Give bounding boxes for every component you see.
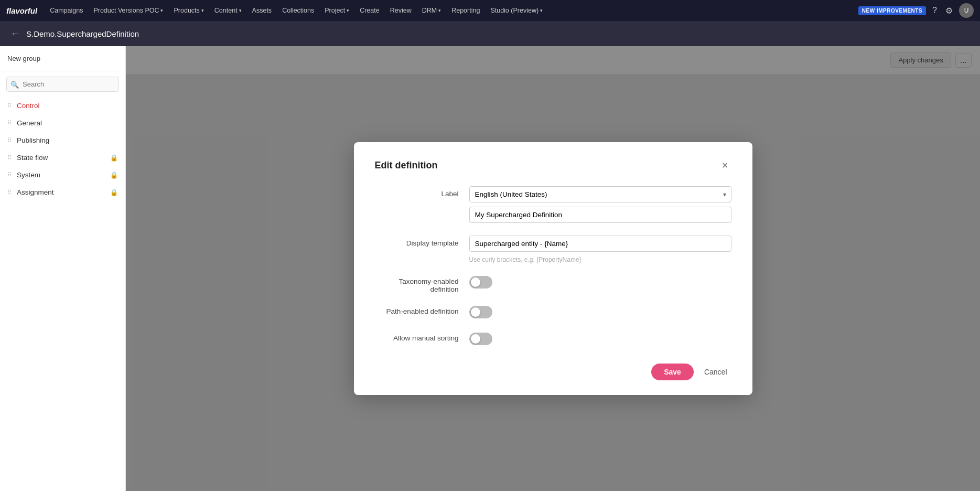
edit-definition-modal: Edit definition × Label English (United … — [354, 142, 752, 395]
chevron-down-icon: ▾ — [160, 8, 163, 13]
sidebar-item-state-flow[interactable]: ⠿ State flow 🔒 — [0, 149, 125, 166]
label-field-label: Label — [375, 186, 459, 198]
taxonomy-toggle[interactable] — [469, 276, 492, 289]
display-template-hint: Use curly brackets, e.g. {PropertyName} — [469, 256, 731, 263]
lock-icon: 🔒 — [110, 189, 118, 196]
sidebar-item-label: State flow — [17, 154, 48, 162]
sidebar-item-publishing[interactable]: ⠿ Publishing — [0, 132, 125, 149]
chevron-down-icon: ▾ — [201, 8, 204, 13]
content-area: Apply changes ... Edit definition × Labe… — [126, 46, 980, 491]
search-input[interactable] — [6, 77, 119, 92]
save-button[interactable]: Save — [651, 364, 694, 380]
top-nav: flavorful Campaigns Product Versions POC… — [0, 0, 980, 21]
new-group-button[interactable]: New group — [7, 52, 40, 65]
path-control-wrap — [469, 304, 731, 320]
nav-item-project[interactable]: Project ▾ — [320, 5, 353, 16]
nav-item-studio[interactable]: Studio (Preview) ▾ — [486, 5, 547, 16]
nav-item-drm[interactable]: DRM ▾ — [418, 5, 445, 16]
label-select-wrap: English (United States) English (UK) Fre… — [469, 186, 731, 202]
sorting-label: Allow manual sorting — [375, 330, 459, 342]
drag-icon: ⠿ — [7, 172, 12, 178]
sorting-control-wrap — [469, 330, 731, 347]
modal-backdrop: Edit definition × Label English (United … — [126, 46, 980, 491]
sidebar-toolbar: New group — [0, 46, 125, 71]
display-template-input[interactable] — [469, 236, 731, 252]
nav-item-review[interactable]: Review — [386, 5, 416, 16]
sidebar-item-label: Publishing — [17, 136, 49, 144]
label-language-select[interactable]: English (United States) English (UK) Fre… — [469, 186, 731, 202]
chevron-down-icon: ▾ — [239, 8, 242, 13]
sidebar-item-assignment[interactable]: ⠿ Assignment 🔒 — [0, 184, 125, 201]
label-form-row: Label English (United States) English (U… — [375, 186, 731, 225]
sorting-form-row: Allow manual sorting — [375, 330, 731, 347]
page-title: S.Demo.SuperchargedDefinition — [26, 29, 139, 38]
settings-button[interactable]: ⚙ — [943, 5, 955, 17]
display-template-control-wrap: Use curly brackets, e.g. {PropertyName} — [469, 236, 731, 263]
sorting-toggle[interactable] — [469, 333, 492, 345]
taxonomy-form-row: Taxonomy-enableddefinition — [375, 274, 731, 293]
help-button[interactable]: ? — [930, 5, 939, 16]
nav-item-assets[interactable]: Assets — [248, 5, 276, 16]
brand-logo[interactable]: flavorful — [6, 6, 37, 15]
breadcrumb-bar: ← S.Demo.SuperchargedDefinition — [0, 21, 980, 46]
sidebar-item-label: General — [17, 119, 42, 127]
sidebar-item-system[interactable]: ⠿ System 🔒 — [0, 166, 125, 184]
sidebar-item-control[interactable]: ⠿ Control — [0, 97, 125, 114]
drag-icon: ⠿ — [7, 154, 12, 161]
drag-icon: ⠿ — [7, 102, 12, 109]
nav-item-create[interactable]: Create — [356, 5, 384, 16]
path-toggle[interactable] — [469, 306, 492, 318]
nav-item-products[interactable]: Products ▾ — [169, 5, 208, 16]
lock-icon: 🔒 — [110, 172, 118, 179]
nav-item-reporting[interactable]: Reporting — [447, 5, 484, 16]
cancel-button[interactable]: Cancel — [700, 364, 731, 380]
drag-icon: ⠿ — [7, 137, 12, 144]
chevron-down-icon: ▾ — [438, 8, 441, 13]
avatar[interactable]: U — [959, 3, 974, 18]
toggle-slider — [469, 306, 492, 318]
modal-title: Edit definition — [375, 160, 438, 171]
display-template-label: Display template — [375, 236, 459, 247]
display-template-form-row: Display template Use curly brackets, e.g… — [375, 236, 731, 263]
back-button[interactable]: ← — [8, 28, 22, 39]
search-icon: 🔍 — [10, 80, 19, 88]
nav-item-product-versions[interactable]: Product Versions POC ▾ — [89, 5, 167, 16]
chevron-down-icon: ▾ — [540, 8, 543, 13]
sidebar-item-label: System — [17, 171, 40, 179]
toggle-slider — [469, 333, 492, 345]
sidebar-item-general[interactable]: ⠿ General — [0, 114, 125, 132]
new-improvements-badge[interactable]: NEW IMPROVEMENTS — [858, 6, 926, 15]
label-text-input[interactable] — [469, 207, 731, 223]
sidebar-item-label: Assignment — [17, 188, 54, 196]
modal-header: Edit definition × — [375, 159, 731, 172]
sidebar-nav: ⠿ Control ⠿ General ⠿ Publishing ⠿ State… — [0, 97, 125, 491]
drag-icon: ⠿ — [7, 189, 12, 196]
chevron-down-icon: ▾ — [347, 8, 349, 13]
top-nav-right: NEW IMPROVEMENTS ? ⚙ U — [858, 3, 974, 18]
drag-icon: ⠿ — [7, 120, 12, 126]
sidebar: New group 🔍 ⠿ Control ⠿ General ⠿ Publis… — [0, 46, 126, 491]
sidebar-item-label: Control — [17, 102, 40, 110]
nav-item-campaigns[interactable]: Campaigns — [46, 5, 87, 16]
label-control-wrap: English (United States) English (UK) Fre… — [469, 186, 731, 225]
nav-item-collections[interactable]: Collections — [278, 5, 318, 16]
main-layout: New group 🔍 ⠿ Control ⠿ General ⠿ Publis… — [0, 46, 980, 491]
nav-item-content[interactable]: Content ▾ — [210, 5, 246, 16]
path-label: Path-enabled definition — [375, 304, 459, 315]
taxonomy-label: Taxonomy-enableddefinition — [375, 274, 459, 293]
modal-footer: Save Cancel — [375, 364, 731, 380]
modal-close-button[interactable]: × — [719, 159, 731, 172]
taxonomy-control-wrap — [469, 274, 731, 290]
lock-icon: 🔒 — [110, 154, 118, 162]
search-box: 🔍 — [6, 77, 119, 92]
path-form-row: Path-enabled definition — [375, 304, 731, 320]
toggle-slider — [469, 276, 492, 289]
